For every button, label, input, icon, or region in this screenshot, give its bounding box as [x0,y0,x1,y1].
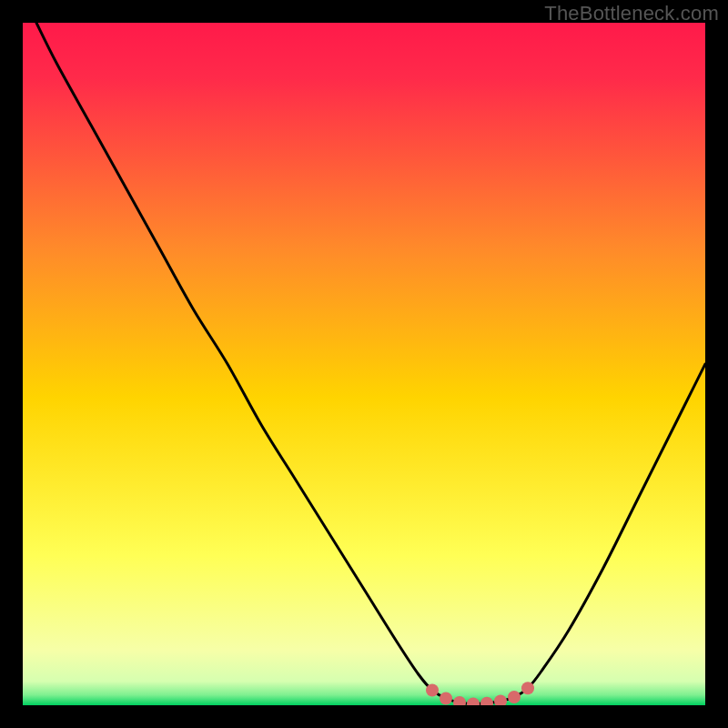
dot [521,682,534,694]
curve-layer [23,23,705,705]
dot [440,693,452,705]
dot [494,695,507,706]
plot-area [23,23,705,705]
bottleneck-curve [36,23,705,704]
dot [467,698,480,706]
dot [426,684,439,697]
attribution-text: TheBottleneck.com [544,2,719,25]
outer-frame: TheBottleneck.com [0,0,728,728]
dot [508,691,521,703]
dot [453,696,466,705]
dot [480,697,493,705]
flat-zone-dots [426,682,534,705]
